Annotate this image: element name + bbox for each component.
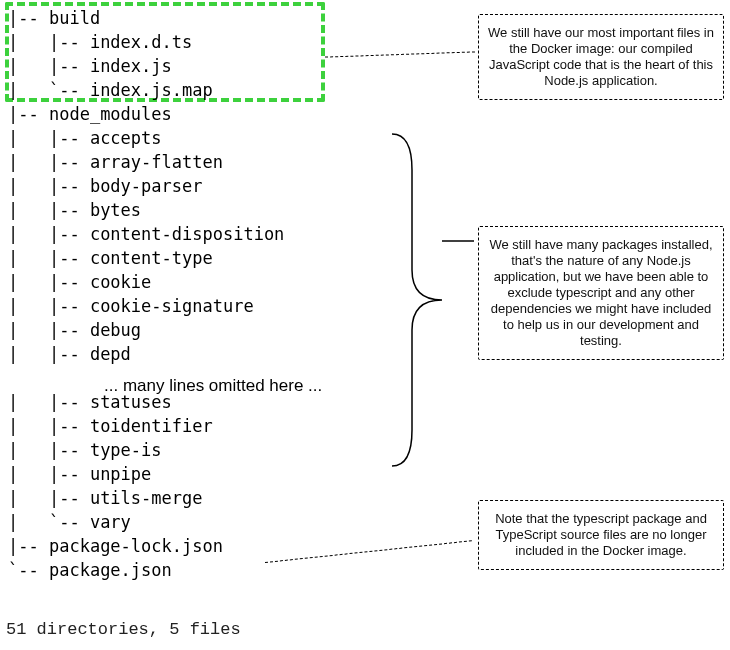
- directory-tree: |-- build | |-- index.d.ts | |-- index.j…: [8, 6, 284, 582]
- dir-unpipe: unpipe: [90, 464, 151, 484]
- dir-build: build: [49, 8, 100, 28]
- dir-node-modules: node_modules: [49, 104, 172, 124]
- annotation-build-files: We still have our most important files i…: [478, 14, 724, 100]
- tree-row: | |-- index.js: [8, 56, 172, 76]
- dir-cookie-signature: cookie-signature: [90, 296, 254, 316]
- dir-type-is: type-is: [90, 440, 162, 460]
- tree-row: | |-- bytes: [8, 200, 141, 220]
- dir-bytes: bytes: [90, 200, 141, 220]
- tree-row: | |-- toidentifier: [8, 416, 213, 436]
- tree-row: | `-- index.js.map: [8, 80, 213, 100]
- tree-row: | |-- body-parser: [8, 176, 202, 196]
- tree-row: | |-- content-disposition: [8, 224, 284, 244]
- dir-toidentifier: toidentifier: [90, 416, 213, 436]
- file-index-js-map: index.js.map: [90, 80, 213, 100]
- dir-content-type: content-type: [90, 248, 213, 268]
- dir-vary: vary: [90, 512, 131, 532]
- file-index-d-ts: index.d.ts: [90, 32, 192, 52]
- dir-body-parser: body-parser: [90, 176, 203, 196]
- tree-row: | |-- cookie-signature: [8, 296, 254, 316]
- tree-summary: 51 directories, 5 files: [6, 620, 241, 639]
- tree-row: | |-- content-type: [8, 248, 213, 268]
- dir-utils-merge: utils-merge: [90, 488, 203, 508]
- tree-row: | `-- vary: [8, 512, 131, 532]
- dir-debug: debug: [90, 320, 141, 340]
- tree-row: | |-- cookie: [8, 272, 151, 292]
- tree-row: | |-- depd: [8, 344, 131, 364]
- omitted-lines-label: ... many lines omitted here ...: [104, 376, 322, 396]
- tree-row: |-- package-lock.json: [8, 536, 223, 556]
- dir-cookie: cookie: [90, 272, 151, 292]
- tree-row: | |-- index.d.ts: [8, 32, 192, 52]
- tree-row: | |-- array-flatten: [8, 152, 223, 172]
- annotation-node-modules: We still have many packages installed, t…: [478, 226, 724, 360]
- file-index-js: index.js: [90, 56, 172, 76]
- tree-row: | |-- type-is: [8, 440, 162, 460]
- connector-line-package: [265, 540, 472, 563]
- curly-brace-icon: [372, 130, 482, 470]
- tree-row: |-- node_modules: [8, 104, 172, 124]
- tree-row: | |-- utils-merge: [8, 488, 202, 508]
- tree-row: | |-- debug: [8, 320, 141, 340]
- dir-content-disposition: content-disposition: [90, 224, 284, 244]
- dir-depd: depd: [90, 344, 131, 364]
- annotation-typescript-excluded: Note that the typescript package and Typ…: [478, 500, 724, 570]
- tree-row: |-- build: [8, 8, 100, 28]
- tree-row: | |-- unpipe: [8, 464, 151, 484]
- tree-row: `-- package.json: [8, 560, 172, 580]
- file-package-json: package.json: [49, 560, 172, 580]
- tree-row: | |-- accepts: [8, 128, 162, 148]
- dir-array-flatten: array-flatten: [90, 152, 223, 172]
- connector-line-build: [325, 51, 475, 57]
- tree-row: [8, 368, 18, 388]
- dir-accepts: accepts: [90, 128, 162, 148]
- file-package-lock-json: package-lock.json: [49, 536, 223, 556]
